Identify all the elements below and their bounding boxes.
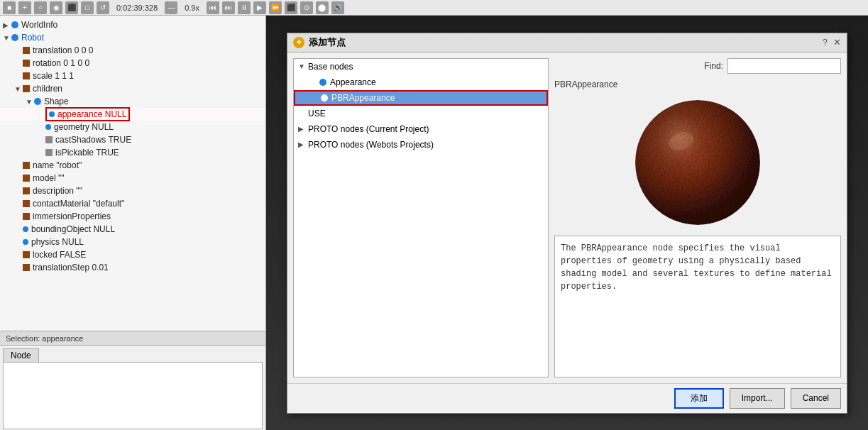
dialog-footer: 添加 Import... Cancel — [287, 383, 847, 413]
toolbar-icon-8[interactable]: — — [165, 1, 177, 14]
camera-icon[interactable]: ⊙ — [300, 1, 313, 14]
dialog-title: ✦ 添加节点 — [293, 36, 346, 49]
main-content: ▶ WorldInfo ▼ Robot translation 0 0 0 ro — [0, 16, 868, 430]
physics-label: physics NULL — [31, 237, 84, 247]
dtree-item-use[interactable]: USE — [294, 106, 548, 121]
sphere-svg — [630, 95, 765, 230]
dtree-item-proto-webots[interactable]: ▶ PROTO nodes (Webots Projects) — [294, 137, 548, 153]
contactmaterial-icon — [23, 200, 30, 207]
tree-item-contactmaterial[interactable]: contactMaterial "default" — [0, 197, 265, 210]
proto-webots-arrow[interactable]: ▶ — [298, 140, 308, 148]
physics-dot-icon — [23, 239, 28, 245]
translation-icon — [23, 47, 30, 54]
left-panel: ▶ WorldInfo ▼ Robot translation 0 0 0 ro — [0, 16, 266, 430]
robot-dot-icon — [11, 34, 18, 41]
add-node-dialog: ✦ 添加节点 ? ✕ ▼ Base nodes — [287, 33, 847, 414]
toolbar-icon-7[interactable]: ↺ — [97, 1, 109, 14]
tree-item-description[interactable]: description "" — [0, 184, 265, 197]
tree-item-immersion[interactable]: immersionProperties — [0, 210, 265, 223]
preview-title-text: PBRAppearance — [554, 79, 617, 89]
name-label: name "robot" — [33, 160, 82, 170]
tree-item-children[interactable]: ▼ children — [0, 82, 265, 95]
immersion-icon — [23, 213, 30, 220]
screenshot-icon[interactable]: ⬤ — [316, 1, 329, 14]
bottom-panel: Node — [0, 345, 265, 430]
ispickable-icon — [45, 149, 53, 156]
rotation-icon — [23, 60, 30, 67]
toolbar-icon-2[interactable]: + — [18, 1, 31, 14]
find-row: Find: — [554, 58, 841, 74]
record-icon[interactable]: ⬛ — [285, 1, 297, 14]
expand-children[interactable]: ▼ — [14, 85, 23, 93]
toolbar-icon-6[interactable]: □ — [81, 1, 94, 14]
tree-item-boundingobject[interactable]: boundingObject NULL — [0, 223, 265, 236]
tree-item-scale[interactable]: scale 1 1 1 — [0, 70, 265, 82]
translationstep-label: translationStep 0.01 — [33, 263, 109, 272]
dialog-title-text: 添加节点 — [309, 36, 346, 49]
step-back-icon[interactable]: ⏭ — [222, 1, 235, 14]
immersion-label: immersionProperties — [33, 211, 111, 221]
find-input[interactable] — [727, 58, 841, 74]
tree-item-translation[interactable]: translation 0 0 0 — [0, 44, 265, 57]
play-forward-icon[interactable]: ▶ — [253, 1, 266, 14]
dialog-right: Find: PBRAppearance — [554, 58, 841, 377]
tree-item-model[interactable]: model "" — [0, 172, 265, 184]
toolbar-icon-3[interactable]: ○ — [34, 1, 47, 14]
tree-item-robot[interactable]: ▼ Robot — [0, 31, 265, 44]
expand-worldinfo[interactable]: ▶ — [3, 21, 11, 29]
basenodes-arrow[interactable]: ▼ — [298, 62, 308, 70]
selection-bar: Selection: appearance — [0, 331, 265, 345]
play-icon[interactable]: ⏮ — [207, 1, 219, 14]
dialog-tree[interactable]: ▼ Base nodes Appearance — [293, 58, 549, 377]
import-button[interactable]: Import... — [730, 388, 785, 409]
scene-tree[interactable]: ▶ WorldInfo ▼ Robot translation 0 0 0 ro — [0, 16, 265, 331]
pbrappearance-label: PBRAppearance — [331, 93, 395, 103]
appearance-node-label: Appearance — [330, 77, 376, 87]
tree-item-physics[interactable]: physics NULL — [0, 236, 265, 248]
ispickable-label: isPickable TRUE — [55, 148, 119, 158]
node-tab[interactable]: Node — [3, 348, 39, 362]
add-button[interactable]: 添加 — [674, 388, 724, 409]
expand-robot[interactable]: ▼ — [3, 34, 11, 42]
tree-item-ispickable[interactable]: isPickable TRUE — [0, 146, 265, 159]
tree-item-appearance[interactable]: appearance NULL — [0, 108, 265, 121]
dtree-item-basenodes[interactable]: ▼ Base nodes — [294, 59, 548, 75]
dialog-help-button[interactable]: ? — [823, 37, 828, 48]
pause-icon[interactable]: ⏸ — [238, 1, 251, 14]
tree-item-rotation[interactable]: rotation 0 1 0 0 — [0, 57, 265, 70]
find-label: Find: — [704, 61, 723, 71]
expand-shape[interactable]: ▼ — [26, 98, 34, 106]
tree-item-shape[interactable]: ▼ Shape — [0, 95, 265, 108]
appearance-label: appearance NULL — [57, 109, 126, 119]
dtree-item-proto-current[interactable]: ▶ PROTO nodes (Current Project) — [294, 121, 548, 137]
tree-item-worldinfo[interactable]: ▶ WorldInfo — [0, 18, 265, 31]
boundingobject-dot-icon — [23, 226, 28, 232]
toolbar-icon-4[interactable]: ◉ — [50, 1, 62, 14]
name-icon — [23, 162, 30, 169]
tree-item-name[interactable]: name "robot" — [0, 159, 265, 172]
worldinfo-label: WorldInfo — [21, 20, 57, 30]
toolbar-icon-1[interactable]: ■ — [3, 1, 16, 14]
contactmaterial-label: contactMaterial "default" — [33, 199, 124, 209]
dialog-close-button[interactable]: ✕ — [833, 37, 841, 48]
locked-icon — [23, 251, 30, 258]
speed-display: 0.9x — [185, 4, 199, 12]
dialog-body: ▼ Base nodes Appearance — [287, 53, 847, 383]
dialog-overlay: ✦ 添加节点 ? ✕ ▼ Base nodes — [266, 16, 868, 430]
dtree-item-pbrappearance[interactable]: PBRAppearance — [294, 90, 548, 106]
toolbar-icon-5[interactable]: ⬛ — [65, 1, 78, 14]
cancel-button[interactable]: Cancel — [791, 388, 841, 409]
translation-label: translation 0 0 0 — [33, 45, 93, 55]
fast-forward-icon[interactable]: ⏩ — [269, 1, 282, 14]
tree-item-castshadows[interactable]: castShadows TRUE — [0, 133, 265, 146]
locked-label: locked FALSE — [33, 250, 86, 260]
tree-item-translationstep[interactable]: translationStep 0.01 — [0, 261, 265, 274]
tree-item-locked[interactable]: locked FALSE — [0, 248, 265, 261]
sound-icon[interactable]: 🔊 — [331, 1, 344, 14]
proto-current-arrow[interactable]: ▶ — [298, 125, 308, 133]
castshadows-label: castShadows TRUE — [55, 135, 131, 145]
dtree-item-appearance[interactable]: Appearance — [294, 75, 548, 90]
children-label: children — [33, 84, 62, 94]
timer-display: 0:02:39:328 — [116, 4, 158, 12]
tree-item-geometry[interactable]: geometry NULL — [0, 121, 265, 133]
